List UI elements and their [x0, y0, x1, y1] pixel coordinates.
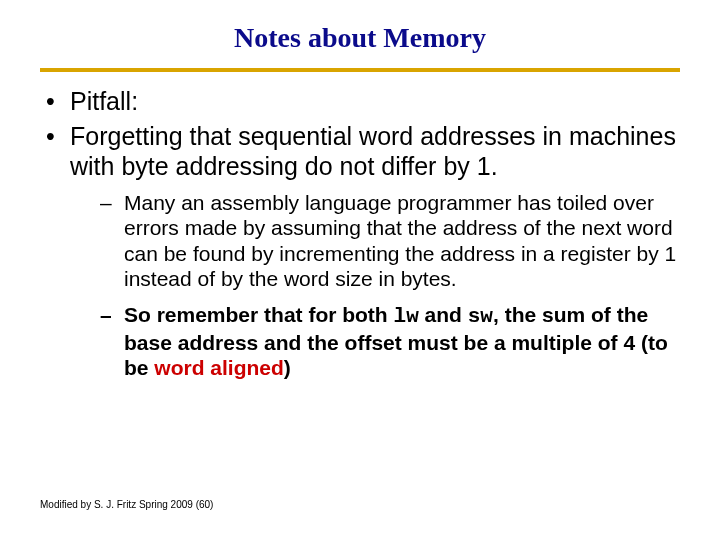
bullet-forgetting: Forgetting that sequential word addresse… [40, 121, 680, 381]
slide-content: Pitfall: Forgetting that sequential word… [0, 86, 720, 381]
bullet-text: Forgetting that sequential word addresse… [70, 122, 676, 181]
footer-text: Modified by S. J. Fritz Spring 2009 (60) [40, 499, 213, 510]
title-underline [40, 68, 680, 72]
text-part: and [419, 303, 468, 326]
sub-bullet-programmer: Many an assembly language programmer has… [100, 190, 680, 292]
text-part: ) [284, 356, 291, 379]
slide-title: Notes about Memory [0, 0, 720, 64]
sub-bullet-list: Many an assembly language programmer has… [70, 190, 680, 381]
code-sw: sw [468, 305, 493, 328]
bullet-list: Pitfall: Forgetting that sequential word… [40, 86, 680, 381]
slide: Notes about Memory Pitfall: Forgetting t… [0, 0, 720, 540]
text-word-aligned: word aligned [154, 356, 284, 379]
sub-bullet-remember: So remember that for both lw and sw, the… [100, 302, 680, 381]
bullet-text: Pitfall: [70, 87, 138, 115]
bullet-pitfall: Pitfall: [40, 86, 680, 117]
sub-bullet-text: Many an assembly language programmer has… [124, 191, 676, 291]
text-part: So remember that for both [124, 303, 394, 326]
code-lw: lw [394, 305, 419, 328]
